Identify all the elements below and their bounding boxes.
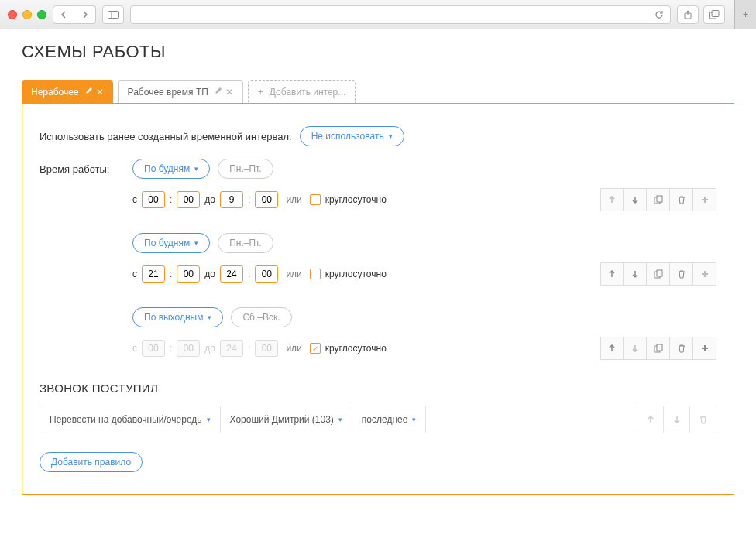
work-time-label: Время работы:: [40, 163, 125, 175]
svg-rect-4: [712, 10, 719, 16]
round-clock-checkbox[interactable]: [310, 269, 321, 279]
svg-rect-10: [657, 344, 662, 351]
chevron-down-icon: ▾: [338, 416, 342, 423]
add-button[interactable]: [693, 262, 716, 286]
to-label: до: [204, 269, 215, 279]
colon: :: [170, 194, 172, 205]
to-minutes-input[interactable]: [255, 191, 278, 208]
day-type-select[interactable]: По выходным ▾: [132, 307, 223, 327]
from-minutes-input[interactable]: [177, 191, 200, 208]
nav-back-forward: [53, 5, 96, 24]
round-clock-checkbox[interactable]: ✓: [310, 343, 321, 354]
to-minutes-input[interactable]: [255, 265, 278, 283]
add-button[interactable]: [693, 188, 716, 211]
maximize-window-icon[interactable]: [37, 10, 46, 19]
sidebar-toggle-button[interactable]: [102, 5, 124, 24]
to-label: до: [204, 343, 215, 354]
edit-icon[interactable]: [85, 87, 93, 98]
copy-button[interactable]: [647, 337, 670, 360]
close-icon[interactable]: ✕: [225, 87, 233, 98]
from-hours-input[interactable]: [142, 191, 165, 208]
to-hours-input[interactable]: [220, 265, 243, 283]
new-tab-button[interactable]: +: [734, 0, 756, 29]
copy-button[interactable]: [647, 188, 670, 211]
colon: :: [248, 194, 250, 205]
call-rule-row: Перевести на добавочный/очередь ▾ Хороши…: [40, 406, 716, 433]
move-down-button[interactable]: [663, 406, 689, 433]
move-up-button[interactable]: [600, 337, 624, 360]
edit-icon[interactable]: [215, 87, 222, 98]
address-bar[interactable]: [130, 5, 671, 24]
forward-button[interactable]: [74, 5, 96, 24]
move-down-button[interactable]: [624, 337, 647, 360]
browser-toolbar: +: [0, 0, 756, 29]
minimize-window-icon[interactable]: [22, 10, 32, 19]
delete-button[interactable]: [689, 406, 716, 433]
page-title: СХЕМЫ РАБОТЫ: [22, 42, 734, 62]
move-down-button[interactable]: [624, 262, 647, 286]
round-clock-checkbox[interactable]: [310, 194, 321, 205]
or-label: или: [286, 343, 301, 354]
from-hours-input[interactable]: [142, 265, 165, 283]
chevron-down-icon: ▾: [194, 239, 198, 247]
move-up-button[interactable]: [637, 406, 663, 433]
add-rule-button[interactable]: Добавить правило: [40, 452, 143, 472]
share-button[interactable]: [677, 5, 699, 24]
tab-nonworking[interactable]: Нерабочее ✕: [22, 80, 113, 103]
add-button[interactable]: [693, 337, 716, 360]
rule-action-select[interactable]: Перевести на добавочный/очередь ▾: [40, 406, 221, 433]
from-minutes-input: [177, 340, 200, 357]
days-range-tag[interactable]: Сб.–Вск.: [231, 307, 291, 327]
move-up-button[interactable]: [600, 262, 624, 286]
chevron-down-icon: ▾: [207, 416, 211, 423]
row-actions: [600, 262, 716, 286]
rule-order-select[interactable]: последнее ▾: [352, 406, 427, 433]
delete-button[interactable]: [670, 188, 693, 211]
or-label: или: [286, 269, 301, 279]
to-hours-input: [220, 340, 243, 357]
from-label: с: [132, 343, 137, 354]
rule-target-select[interactable]: Хороший Дмитрий (103) ▾: [221, 406, 352, 433]
day-type-select[interactable]: По будням ▾: [132, 233, 210, 253]
round-clock-label: круглосуточно: [325, 343, 387, 354]
close-icon[interactable]: ✕: [96, 87, 104, 98]
row-actions: [600, 337, 716, 360]
or-label: или: [286, 194, 301, 205]
tab-label: Рабочее время ТП: [128, 87, 208, 98]
window-controls: [8, 10, 46, 19]
svg-rect-6: [657, 196, 662, 202]
plus-icon: +: [258, 87, 263, 98]
close-window-icon[interactable]: [8, 10, 17, 19]
copy-button[interactable]: [647, 262, 670, 286]
row-actions: [600, 188, 716, 211]
tabs-button[interactable]: [703, 5, 725, 24]
round-clock-label: круглосуточно: [325, 194, 387, 205]
tab-working-tp[interactable]: Рабочее время ТП ✕: [118, 80, 243, 103]
svg-rect-8: [657, 270, 662, 276]
to-hours-input[interactable]: [220, 191, 243, 208]
move-down-button[interactable]: [624, 188, 647, 211]
svg-rect-0: [108, 11, 119, 18]
back-button[interactable]: [53, 5, 74, 24]
from-hours-input: [142, 340, 165, 357]
use-prev-select[interactable]: Не использовать ▾: [300, 126, 404, 146]
tab-add-interval[interactable]: + Добавить интер...: [248, 80, 356, 103]
tab-label: Нерабочее: [31, 87, 79, 98]
tab-label: Добавить интер...: [270, 87, 345, 98]
chevron-down-icon: ▾: [389, 132, 393, 140]
from-label: с: [132, 269, 137, 279]
reload-icon[interactable]: [655, 10, 664, 19]
chevron-down-icon: ▾: [194, 165, 198, 173]
days-range-tag[interactable]: Пн.–Пт.: [218, 233, 273, 253]
move-up-button[interactable]: [600, 188, 624, 211]
days-range-tag[interactable]: Пн.–Пт.: [218, 159, 273, 179]
call-section-title: ЗВОНОК ПОСТУПИЛ: [40, 382, 716, 395]
from-minutes-input[interactable]: [177, 265, 200, 283]
delete-button[interactable]: [670, 262, 693, 286]
delete-button[interactable]: [670, 337, 693, 360]
to-label: до: [204, 194, 215, 205]
from-label: с: [132, 194, 137, 205]
chevron-down-icon: ▾: [412, 416, 416, 423]
day-type-select[interactable]: По будням ▾: [132, 159, 210, 179]
to-minutes-input: [255, 340, 278, 357]
